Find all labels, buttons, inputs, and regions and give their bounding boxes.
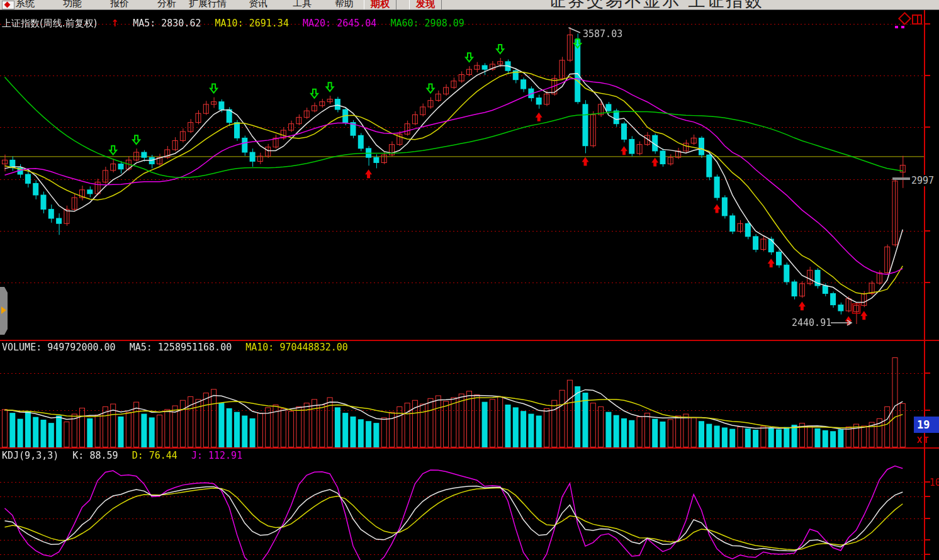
window-divider	[917, 16, 918, 23]
menu-item-option[interactable]: 期权	[364, 0, 396, 9]
menu-item-info[interactable]: 资讯	[249, 0, 267, 9]
menu-bar: 系统 功能 报价 分析 扩展行情 资讯 工具 帮助 期权 发现 证券交易不显示 …	[0, 0, 939, 10]
window-layout-icon[interactable]	[912, 14, 922, 25]
window-title: 证券交易不显示 上证指数	[549, 0, 764, 10]
sidebar-expand-handle[interactable]	[0, 287, 8, 335]
expand-arrow-icon	[1, 306, 6, 314]
menu-item-help[interactable]: 帮助	[335, 0, 354, 9]
menu-item-function[interactable]: 功能	[63, 0, 82, 9]
chart-canvas[interactable]	[0, 0, 939, 560]
app-logo-icon	[4, 2, 11, 8]
menu-item-analysis[interactable]: 分析	[157, 0, 176, 9]
app-icon[interactable]	[2, 1, 14, 9]
menu-item-tools[interactable]: 工具	[293, 0, 312, 9]
menu-item-ext-quotes[interactable]: 扩展行情	[189, 0, 227, 9]
magenta-dot-icon	[901, 26, 904, 28]
menu-item-system[interactable]: 系统	[16, 0, 35, 9]
menu-item-discover[interactable]: 发现	[409, 0, 442, 9]
menu-item-quotes[interactable]: 报价	[110, 0, 129, 9]
magenta-dot-icon	[895, 26, 898, 28]
